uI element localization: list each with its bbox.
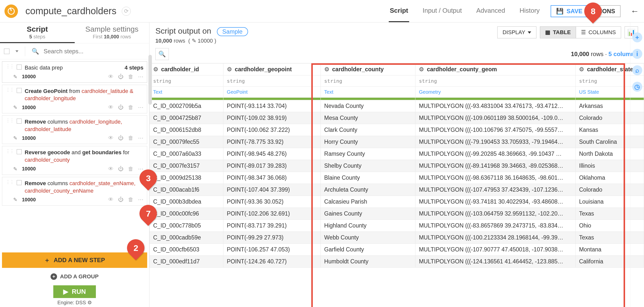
select-all-checkbox[interactable] [4, 49, 10, 54]
tab-history[interactable]: History [518, 0, 541, 22]
column-header[interactable]: ⚙cardholder_county [320, 64, 415, 76]
table-row[interactable]: C_ID_000c778b05POINT(-83.717 39.291)High… [150, 220, 644, 232]
table-cell[interactable]: POINT(-93.36 30.052) [223, 196, 320, 208]
table-cell[interactable]: POINT(-99.29 27.973) [223, 232, 320, 244]
table-cell[interactable]: MULTIPOLYGON (((-100.106796 37.475075, -… [416, 124, 576, 136]
power-icon[interactable]: ⏻ [118, 196, 124, 203]
table-cell[interactable]: C_ID_0002709b5a [150, 100, 224, 112]
table-cell[interactable]: C_ID_0009d25138 [150, 172, 224, 184]
table-row[interactable]: C_ID_0007fe3157POINT(-89.017 39.283)Shel… [150, 160, 644, 172]
table-cell[interactable]: Mesa County [320, 112, 415, 124]
table-cell[interactable]: MULTIPOLYGON (((-93.74181 30.4022934, -9… [416, 196, 576, 208]
table-cell[interactable]: POINT(-106.257 47.053) [223, 244, 320, 256]
drag-handle-icon[interactable]: ⋮⋮ [6, 149, 14, 153]
column-header[interactable]: ⚙cardholder_county_geom [416, 64, 576, 76]
add-group-button[interactable]: + ADD A GROUP [0, 273, 149, 280]
column-header[interactable]: ⚙cardholder_id [150, 64, 224, 76]
table-row[interactable]: C_ID_000edf11d7POINT(-124.26 40.727)Humb… [150, 256, 644, 268]
table-cell[interactable]: Gaines County [320, 208, 415, 220]
rail-info[interactable]: i [632, 49, 642, 59]
step-checkbox[interactable] [17, 180, 22, 185]
table-cell[interactable]: C_ID_000b3dbdea [150, 196, 224, 208]
table-cell[interactable]: Garfield County [320, 244, 415, 256]
table-cell[interactable]: Calcasieu Parish [320, 196, 415, 208]
table-row[interactable]: C_ID_000acab1f6POINT(-107.404 37.399)Arc… [150, 184, 644, 196]
table-cell[interactable]: POINT(-89.017 39.283) [223, 160, 320, 172]
step-item[interactable]: ⋮⋮ Remove columns cardholder_state_enNam… [2, 177, 147, 206]
step-item[interactable]: ⋮⋮ Create GeoPoint from cardholder_latit… [2, 85, 147, 113]
table-row[interactable]: C_ID_0002709b5aPOINT(-93.114 33.704)Neva… [150, 100, 644, 112]
step-item[interactable]: ⋮⋮ Reverse geocode and get boundaries fo… [2, 146, 147, 175]
drag-handle-icon[interactable]: ⋮⋮ [6, 88, 14, 92]
table-row[interactable]: C_ID_0009d25138POINT(-98.347 36.068)Blai… [150, 172, 644, 184]
table-cell[interactable]: MULTIPOLYGON (((-124.136561 41.464452, -… [416, 256, 576, 268]
tab-script[interactable]: Script [389, 0, 409, 22]
table-cell[interactable]: Humboldt County [320, 256, 415, 268]
table-cell[interactable]: Highland County [320, 220, 415, 232]
tab-io[interactable]: Input / Output [422, 0, 463, 22]
gear-icon[interactable]: ⚙ [153, 66, 159, 72]
table-cell[interactable]: POINT(-83.717 39.291) [223, 220, 320, 232]
table-search-button[interactable]: 🔍 [156, 48, 169, 60]
table-cell[interactable]: Archuleta County [320, 184, 415, 196]
power-icon[interactable]: ⏻ [118, 104, 124, 111]
table-cell[interactable]: Clark County [320, 124, 415, 136]
step-group[interactable]: ⋮⋮ Basic data prep 4 steps ✎ 10000 👁 ⏻ 🗑… [2, 61, 147, 83]
engine-label[interactable]: Engine: DSS ⚙ [0, 299, 149, 305]
table-cell[interactable]: POINT(-109.02 38.919) [223, 112, 320, 124]
rail-add[interactable]: + [632, 32, 642, 42]
table-cell[interactable]: POINT(-98.347 36.068) [223, 172, 320, 184]
table-cell[interactable]: C_ID_0007fe3157 [150, 160, 224, 172]
run-button[interactable]: ▶ RUN [53, 285, 96, 298]
view-table-button[interactable]: ▦TABLE [540, 27, 576, 38]
table-cell[interactable]: C_ID_00079fec55 [150, 136, 224, 148]
table-cell[interactable]: MULTIPOLYGON (((-89.141968 39.34663, -89… [416, 160, 576, 172]
table-cell[interactable]: MULTIPOLYGON (((-103.064759 32.9591132, … [416, 208, 576, 220]
search-steps-input[interactable] [44, 48, 145, 55]
step-item[interactable]: ⋮⋮ Remove columns cardholder_longitude, … [2, 115, 147, 144]
trash-icon[interactable]: 🗑 [128, 166, 134, 172]
table-cell[interactable]: C_ID_000cadb59e [150, 232, 224, 244]
view-columns-button[interactable]: ☰COLUMNS [576, 27, 621, 38]
back-arrow-icon[interactable]: ← [630, 6, 639, 16]
table-cell[interactable]: C_ID_000c778b05 [150, 220, 224, 232]
table-cell[interactable]: POINT(-100.062 37.222) [223, 124, 320, 136]
table-cell[interactable]: Horry County [320, 136, 415, 148]
drag-handle-icon[interactable]: ⋮⋮ [6, 118, 14, 123]
more-icon[interactable]: ⋯ [138, 104, 144, 111]
table-row[interactable]: C_ID_000c00fc96POINT(-102.206 32.691)Gai… [150, 208, 644, 220]
table-cell[interactable]: Webb County [320, 232, 415, 244]
table-cell[interactable]: MULTIPOLYGON (((-109.0601189 38.5000164,… [416, 112, 576, 124]
drag-handle-icon[interactable]: ⋮⋮ [6, 180, 14, 184]
table-row[interactable]: C_ID_00079fec55POINT(-78.775 33.92)Horry… [150, 136, 644, 148]
table-cell[interactable]: MULTIPOLYGON (((-98.6367118 36.1648635, … [416, 172, 576, 184]
splitter-handle[interactable] [148, 55, 152, 105]
power-icon[interactable]: ⏻ [118, 166, 124, 172]
more-icon[interactable]: ⋯ [138, 74, 144, 80]
gear-icon[interactable]: ⚙ [419, 66, 424, 72]
column-meaning[interactable]: Geometry [416, 87, 576, 98]
table-cell[interactable]: MULTIPOLYGON (((-79.190453 33.705933, -7… [416, 136, 576, 148]
gear-icon[interactable]: ⚙ [227, 66, 232, 72]
sample-chip[interactable]: Sample [217, 27, 248, 36]
table-cell[interactable]: C_ID_0007a60a33 [150, 148, 224, 160]
eye-icon[interactable]: 👁 [108, 74, 114, 80]
table-cell[interactable]: MULTIPOLYGON (((-107.90777 47.450018, -1… [416, 244, 576, 256]
table-cell[interactable]: Blaine County [320, 172, 415, 184]
table-cell[interactable]: POINT(-93.114 33.704) [223, 100, 320, 112]
eye-icon[interactable]: 👁 [108, 104, 114, 111]
table-cell[interactable]: Shelby County [320, 160, 415, 172]
table-cell[interactable]: Nevada County [320, 100, 415, 112]
table-cell[interactable]: MULTIPOLYGON (((-99.20285 48.369663, -99… [416, 148, 576, 160]
table-cell[interactable]: MULTIPOLYGON (((-93.4831004 33.476173, -… [416, 100, 576, 112]
power-icon[interactable]: ⏻ [118, 135, 124, 141]
table-row[interactable]: C_ID_0006152db8POINT(-100.062 37.222)Cla… [150, 124, 644, 136]
table-cell[interactable]: C_ID_000c00fc96 [150, 208, 224, 220]
save-button[interactable]: 💾 SAVE [550, 5, 588, 17]
table-row[interactable]: C_ID_000cadb59ePOINT(-99.29 27.973)Webb … [150, 232, 644, 244]
table-cell[interactable]: C_ID_0006152db8 [150, 124, 224, 136]
trash-icon[interactable]: 🗑 [128, 135, 134, 141]
select-all-menu[interactable] [16, 50, 18, 52]
trash-icon[interactable]: 🗑 [128, 196, 134, 203]
table-cell[interactable]: POINT(-124.26 40.727) [223, 256, 320, 268]
